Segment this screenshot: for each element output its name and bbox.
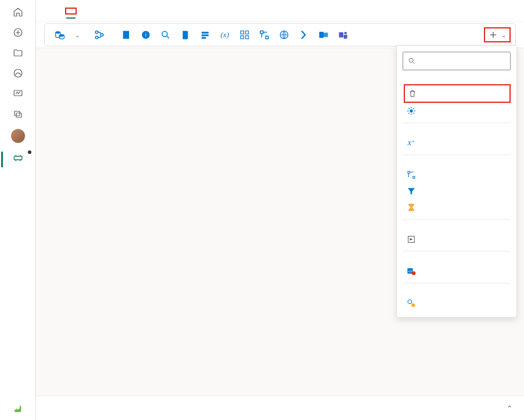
plus-icon: [489, 30, 498, 40]
onelake-icon: [13, 68, 23, 78]
svg-point-37: [412, 271, 416, 275]
teams-icon[interactable]: [336, 28, 350, 42]
svg-point-11: [101, 34, 103, 37]
search-icon: [408, 57, 416, 65]
toolbar-group: ⌄ i (x) ⌄: [44, 23, 516, 46]
tab-home[interactable]: [46, 6, 49, 16]
svg-rect-28: [339, 33, 344, 38]
tab-run[interactable]: [93, 6, 95, 16]
sidebar-item-my-workspace[interactable]: [1, 125, 35, 149]
svg-rect-33: [413, 177, 415, 178]
svg-point-39: [412, 304, 415, 307]
svg-rect-20: [246, 31, 249, 34]
add-activity-button[interactable]: ⌄: [484, 27, 511, 42]
search-icon[interactable]: [159, 28, 173, 42]
svg-rect-23: [260, 31, 263, 34]
svg-point-8: [59, 34, 64, 37]
activity-scope[interactable]: [404, 103, 511, 119]
unsaved-dot-icon: [28, 150, 31, 154]
search-input[interactable]: [419, 56, 521, 66]
toolbar: ⌄ i (x) ⌄: [36, 22, 524, 48]
activity-wait[interactable]: [404, 199, 511, 216]
svg-rect-32: [408, 171, 410, 173]
search-box[interactable]: [403, 52, 511, 70]
folder-icon: [13, 48, 23, 58]
sidebar-item-create[interactable]: [1, 24, 35, 44]
webhook-icon: [406, 299, 417, 308]
activity-until[interactable]: [404, 231, 511, 247]
home-icon: [13, 7, 23, 17]
script-icon[interactable]: [178, 28, 192, 42]
svg-rect-12: [123, 31, 130, 39]
web-icon[interactable]: [277, 28, 291, 42]
sidebar-item-pipeline[interactable]: [1, 149, 35, 170]
svg-rect-18: [202, 37, 206, 39]
copy-data-icon: [53, 28, 67, 42]
activity-fail[interactable]: </>: [404, 263, 511, 279]
svg-rect-16: [202, 32, 209, 34]
append-variable-icon: x+: [406, 138, 417, 148]
sidebar-item-monitoring[interactable]: [1, 85, 35, 105]
svg-rect-26: [320, 32, 324, 38]
databricks-icon[interactable]: [238, 28, 252, 42]
section-header-conditionals: [404, 160, 511, 167]
section-header-http: [404, 288, 511, 295]
sidebar-item-onelake[interactable]: [1, 64, 35, 85]
activity-dropdown: x+ </>: [396, 45, 517, 318]
pipeline-icon: [12, 153, 24, 163]
dataflow-button[interactable]: [89, 26, 113, 44]
section-header-loops: [404, 224, 511, 231]
activity-delete-data[interactable]: [404, 84, 511, 103]
variable-icon[interactable]: (x): [218, 28, 232, 42]
svg-rect-6: [20, 406, 21, 412]
bottom-nav: ⌃: [36, 396, 524, 420]
chevron-down-icon: ⌄: [501, 32, 506, 38]
left-sidebar: [0, 0, 36, 420]
activity-switch[interactable]: [404, 167, 511, 183]
collapse-chevron-icon[interactable]: ⌃: [507, 404, 512, 412]
gear-icon: [406, 106, 417, 116]
svg-point-29: [344, 32, 347, 35]
until-icon: [406, 235, 417, 244]
section-header-variables: [404, 128, 511, 135]
filter-icon: [406, 186, 417, 196]
top-nav: [36, 0, 524, 22]
activity-append-variable[interactable]: x+: [404, 135, 511, 151]
svg-rect-27: [324, 33, 328, 37]
notebook-icon[interactable]: [119, 28, 133, 42]
svg-rect-22: [246, 36, 249, 39]
avatar: [11, 129, 25, 143]
trash-icon: [407, 89, 418, 98]
fail-icon: </>: [406, 267, 417, 276]
svg-text:i: i: [145, 32, 146, 38]
svg-rect-24: [265, 36, 268, 39]
section-header-general: [404, 256, 511, 263]
plus-circle-icon: [13, 27, 23, 38]
info-circle-icon[interactable]: i: [139, 28, 153, 42]
tab-activities[interactable]: [65, 8, 77, 15]
svg-point-10: [95, 36, 98, 39]
section-header-move-transform: [404, 77, 511, 84]
svg-point-31: [410, 109, 412, 112]
svg-point-9: [95, 31, 98, 34]
svg-rect-17: [202, 34, 209, 36]
svg-point-38: [408, 300, 412, 304]
svg-rect-3: [15, 112, 20, 116]
dataflow-icon: [92, 28, 106, 42]
svg-rect-21: [241, 36, 243, 39]
outlook-icon[interactable]: [317, 28, 331, 42]
branch-icon[interactable]: [257, 28, 271, 42]
sidebar-item-data-factory[interactable]: [1, 400, 35, 420]
sidebar-item-home[interactable]: [1, 3, 35, 24]
copy-data-button[interactable]: ⌄: [49, 26, 83, 44]
functions-icon[interactable]: [297, 28, 311, 42]
sidebar-item-workspaces[interactable]: [1, 105, 35, 125]
svg-rect-5: [14, 156, 22, 160]
activity-webhook[interactable]: [404, 295, 511, 311]
tab-view[interactable]: [112, 6, 114, 16]
sidebar-item-browse[interactable]: [1, 44, 35, 64]
monitoring-icon: [13, 88, 23, 99]
svg-rect-19: [241, 31, 243, 34]
activity-filter[interactable]: [404, 183, 511, 199]
procedure-icon[interactable]: [198, 28, 212, 42]
